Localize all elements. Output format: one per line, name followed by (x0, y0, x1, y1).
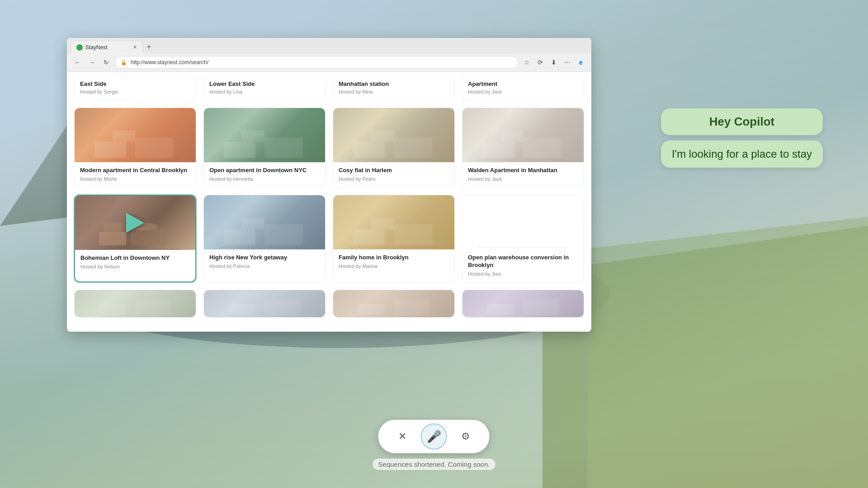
card-host: Hosted by Patricia (209, 263, 320, 269)
bottom-card-image (204, 290, 325, 317)
card-room-image (462, 108, 584, 162)
svg-rect-35 (482, 229, 514, 245)
refresh-button[interactable]: ↻ (100, 56, 112, 68)
bottom-card-image (75, 290, 196, 317)
edge-icon[interactable]: e (575, 56, 587, 68)
svg-rect-45 (487, 304, 514, 315)
address-bar[interactable]: 🔒 http://www.staynest.com/search/ (115, 56, 518, 69)
card-info: Bohemian Loft in Downtown NY Hosted by N… (75, 250, 195, 275)
card-jack[interactable]: Apartment Hosted by Jack (462, 75, 584, 100)
card-title: Modern apartment in Central Brooklyn (80, 167, 190, 174)
svg-rect-12 (242, 131, 264, 142)
card-east-side-title: East Side (80, 80, 190, 87)
download-button[interactable]: ⬇ (548, 56, 560, 68)
card-info: High rise New York getaway Hosted by Pat… (204, 249, 325, 274)
card-host: Hosted by Nelson (80, 264, 190, 269)
svg-rect-6 (94, 142, 126, 158)
card-room-image (462, 195, 584, 249)
svg-rect-31 (353, 229, 385, 245)
card-host: Hosted by Jack (468, 176, 578, 182)
top-row-partial: East Side Hosted by Sergio Lower East Si… (67, 72, 591, 104)
bottom-card-b2[interactable] (203, 290, 326, 318)
bottom-card-b3[interactable] (333, 290, 455, 318)
card-info: Open apartment in Downtown NYC Hosted by… (204, 162, 325, 187)
copilot-hey-bubble: Hey Copilot (661, 108, 823, 135)
microphone-button[interactable]: 🎤 (421, 423, 447, 450)
bottom-card-image (462, 290, 584, 317)
nav-right-buttons: ☆ ⟳ ⬇ ⋯ e (521, 56, 587, 68)
svg-rect-29 (242, 218, 264, 229)
voice-controls: ✕ 🎤 ⚙ Sequences shortened. Coming soon. (373, 420, 495, 470)
svg-rect-36 (523, 225, 561, 245)
svg-rect-8 (113, 131, 135, 142)
card-east-side[interactable]: East Side Hosted by Sergio (74, 75, 196, 100)
card-host: Hosted by Henrietta (209, 176, 320, 182)
listing-card-modern-central[interactable]: Modern apartment in Central Brooklyn Hos… (74, 108, 196, 188)
svg-rect-16 (371, 131, 394, 142)
svg-rect-39 (99, 304, 126, 315)
new-tab-button[interactable]: + (143, 41, 155, 53)
url-text: http://www.staynest.com/search/ (131, 59, 512, 66)
svg-rect-18 (482, 142, 514, 158)
menu-button[interactable]: ⋯ (561, 56, 573, 68)
svg-rect-43 (358, 304, 385, 315)
svg-rect-28 (264, 225, 303, 245)
card-east-side-host: Hosted by Sergio (80, 89, 190, 94)
listing-card-family-brooklyn[interactable]: Family home in Brooklyn Hosted by Marina (333, 195, 455, 282)
bottom-card-b1[interactable] (74, 290, 196, 318)
card-title: High rise New York getaway (209, 254, 320, 262)
listing-card-walden-manhattan[interactable]: Walden Apartment in Manhattan Hosted by … (462, 108, 584, 188)
bottom-row-partial (67, 290, 591, 321)
active-tab[interactable]: StayNest ✕ (71, 41, 143, 53)
card-manhattan-station[interactable]: Manhattan station Hosted by Nina (333, 75, 455, 100)
svg-rect-7 (135, 137, 174, 158)
svg-rect-10 (224, 142, 255, 158)
card-title: Family home in Brooklyn (339, 254, 449, 262)
listing-card-cosy-harlem[interactable]: Cosy flat in Harlem Hosted by Pedro (333, 108, 455, 188)
browser-navbar: ← → ↻ 🔒 http://www.staynest.com/search/ … (67, 53, 591, 71)
card-info: Family home in Brooklyn Hosted by Marina (333, 249, 454, 274)
card-jack-host: Hosted by Jack (468, 89, 578, 94)
back-button[interactable]: ← (71, 56, 83, 68)
card-info: Modern apartment in Central Brooklyn Hos… (75, 162, 196, 187)
card-host: Hosted by Jiao (468, 271, 578, 277)
svg-rect-15 (394, 137, 432, 158)
svg-rect-33 (371, 218, 394, 229)
tab-title: StayNest (85, 44, 108, 51)
bottom-card-b4[interactable] (462, 290, 584, 318)
card-jack-title: Apartment (468, 80, 578, 87)
card-info: Walden Apartment in Manhattan Hosted by … (462, 162, 584, 187)
svg-rect-19 (523, 137, 561, 158)
tab-close-button[interactable]: ✕ (133, 44, 137, 50)
bottom-card-image (333, 290, 454, 317)
svg-rect-40 (135, 299, 171, 315)
card-lower-east[interactable]: Lower East Side Hosted by Lisa (203, 75, 326, 100)
svg-rect-44 (394, 299, 430, 315)
card-image-wrapper (75, 196, 195, 250)
card-host: Hosted by Mishti (80, 176, 190, 182)
voice-status-text: Sequences shortened. Coming soon. (373, 459, 495, 470)
star-button[interactable]: ☆ (521, 56, 533, 68)
listing-card-open-downtown[interactable]: Open apartment in Downtown NYC Hosted by… (203, 108, 326, 188)
listing-card-bohemian-loft[interactable]: Bohemian Loft in Downtown NY Hosted by N… (74, 195, 196, 282)
forward-button[interactable]: → (86, 56, 98, 68)
listing-card-highrise[interactable]: High rise New York getaway Hosted by Pat… (203, 195, 326, 282)
card-host: Hosted by Pedro (339, 176, 449, 182)
card-room-image (204, 108, 325, 162)
card-title: Cosy flat in Harlem (339, 167, 449, 174)
refresh2-button[interactable]: ⟳ (534, 56, 546, 68)
close-voice-button[interactable]: ✕ (391, 425, 414, 448)
browser-tabs-bar: StayNest ✕ + (67, 38, 591, 53)
card-title: Open apartment in Downtown NYC (209, 167, 320, 174)
card-lower-east-title: Lower East Side (209, 80, 320, 87)
card-title: Bohemian Loft in Downtown NY (80, 254, 190, 262)
card-info: Cosy flat in Harlem Hosted by Pedro (333, 162, 454, 187)
card-info: Open plan warehouse conversion in Brookl… (462, 249, 584, 282)
card-room-image (333, 195, 454, 249)
listing-card-warehouse-brooklyn[interactable]: Open plan warehouse conversion in Brookl… (462, 195, 584, 282)
svg-rect-41 (228, 304, 255, 315)
svg-rect-20 (500, 131, 523, 142)
svg-rect-37 (500, 218, 523, 229)
voice-settings-button[interactable]: ⚙ (454, 425, 477, 448)
copilot-container: Hey Copilot I'm looking for a place to s… (661, 108, 823, 168)
